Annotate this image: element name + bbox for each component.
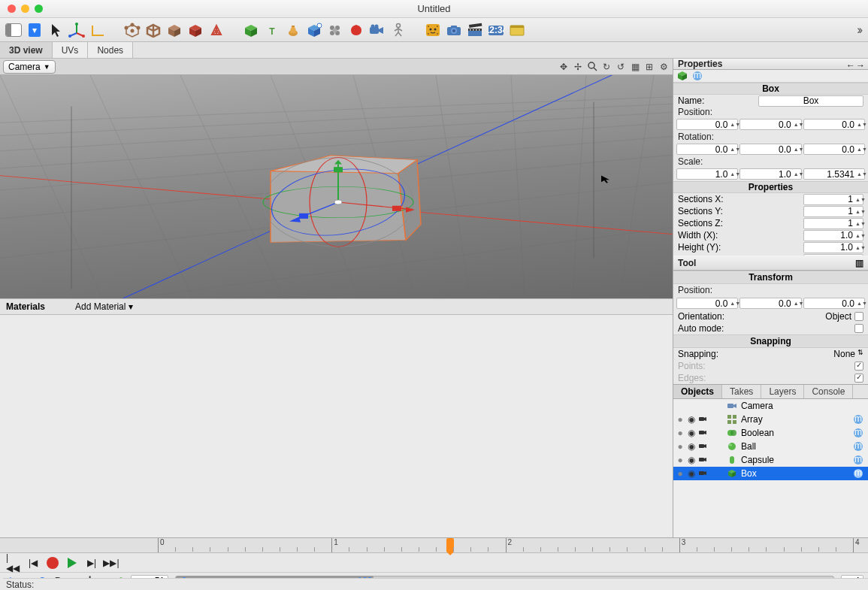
add-camera[interactable] [368,21,386,39]
obj-cam-toggle[interactable] [697,468,708,479]
rotation-z[interactable]: 0.0▲▼ [803,144,865,155]
obj-render-toggle[interactable]: ● [675,414,685,425]
sections-z[interactable]: 1▲▼ [803,218,863,229]
obj-cam-toggle[interactable] [697,428,708,438]
tool-pos-z[interactable]: 0.0▲▼ [803,298,865,309]
prop-tab-material-icon[interactable]: m [691,70,703,82]
pivot-mode[interactable] [207,21,225,39]
tab-takes[interactable]: Takes [722,385,761,398]
automode-checkbox[interactable] [854,324,863,333]
window-layout-icon[interactable] [508,21,526,39]
tool-pos-x[interactable]: 0.0▲▼ [676,298,738,309]
tab-console[interactable]: Console [804,385,853,398]
object-row-capsule[interactable]: ●◉Capsulem [673,453,868,467]
add-pot[interactable] [284,21,302,39]
tool-settings-icon[interactable]: ▥ [855,258,863,268]
tab-nodes[interactable]: Nodes [88,42,133,58]
orientation-dropdown[interactable]: Object [825,311,863,322]
object-row-boolean[interactable]: ●◉Booleanm [673,426,868,440]
add-particles[interactable] [326,21,344,39]
tool-pos-y[interactable]: 0.0▲▼ [739,298,801,309]
add-material-button[interactable]: Add Material ▾ [75,301,133,312]
position-z[interactable]: 0.0▲▼ [803,119,865,130]
add-armature[interactable] [389,21,407,39]
prop-tab-cube-icon[interactable] [676,70,688,82]
object-material-icon[interactable]: m [850,428,866,438]
camera-dropdown[interactable]: Camera▼ [3,60,56,74]
objects-list[interactable]: Camera●◉Arraym●◉Booleanm●◉Ballm●◉Capsule… [673,399,868,537]
object-material-icon[interactable]: m [850,468,866,479]
tab-objects[interactable]: Objects [673,385,722,398]
step-fwd-button[interactable]: ▶| [84,555,99,570]
points-checkbox[interactable] [854,362,863,371]
tab-3d-view[interactable]: 3D view [0,42,53,58]
timecode-icon[interactable]: 12:34 [487,21,505,39]
scale-z[interactable]: 1.5341▲▼ [803,168,865,180]
rotation-x[interactable]: 0.0▲▼ [676,144,738,155]
scale-y[interactable]: 1.0▲▼ [739,168,801,180]
object-material-icon[interactable]: m [850,414,866,425]
add-modifier[interactable] [305,21,323,39]
object-mode[interactable] [186,21,204,39]
edge-mode[interactable] [144,21,162,39]
skip-end-button[interactable]: ▶▶| [104,555,119,570]
3d-viewport[interactable] [0,75,673,298]
add-text[interactable]: T [263,21,281,39]
obj-visible-toggle[interactable]: ◉ [686,414,697,425]
object-material-icon[interactable]: m [850,455,866,465]
prop-back-icon[interactable]: ← [846,60,855,71]
add-force[interactable] [347,21,365,39]
obj-cam-toggle[interactable] [697,455,708,465]
vp-move-icon[interactable]: ✢ [572,61,584,73]
zoom-window[interactable] [35,5,43,13]
obj-render-toggle[interactable]: ● [675,428,685,438]
ruler-tool[interactable] [89,21,107,39]
obj-visible-toggle[interactable]: ◉ [686,468,697,479]
snapping-dropdown[interactable]: None⇅ [833,349,863,359]
mode-dropdown[interactable]: ▾ [26,21,44,39]
rotation-y[interactable]: 0.0▲▼ [739,144,801,155]
tab-uvs[interactable]: UVs [53,42,89,58]
face-mode[interactable] [165,21,183,39]
axis-tool[interactable] [68,21,86,39]
prop-fwd-icon[interactable]: → [856,60,865,71]
vp-zoom-icon[interactable] [586,61,598,73]
vp-grid-icon[interactable]: ▦ [629,61,641,73]
object-row-box[interactable]: ●◉Boxm [673,467,868,480]
step-back-button[interactable]: |◀ [26,555,41,570]
sections-x[interactable]: 1▲▼ [803,194,863,205]
object-row-camera[interactable]: Camera [673,399,868,413]
vp-rotate-cw-icon[interactable]: ↻ [600,61,612,73]
vp-rotate-ccw-icon[interactable]: ↺ [615,61,627,73]
object-material-icon[interactable]: m [850,441,866,452]
obj-cam-toggle[interactable] [697,441,708,452]
playhead[interactable] [446,538,454,552]
record-button[interactable] [45,555,60,570]
width-x[interactable]: 1.0▲▼ [803,230,863,241]
tab-layers[interactable]: Layers [761,385,804,398]
minimize-window[interactable] [21,5,29,13]
scale-x[interactable]: 1.0▲▼ [676,168,738,180]
object-row-ball[interactable]: ●◉Ballm [673,440,868,453]
sidebar-toggle-button[interactable] [5,21,23,39]
vertex-mode[interactable] [123,21,141,39]
sections-y[interactable]: 1▲▼ [803,206,863,217]
vp-crosshair-icon[interactable]: ✥ [558,61,570,73]
close-window[interactable] [8,5,16,13]
skip-start-button[interactable]: |◀◀ [6,555,21,570]
vp-gear-icon[interactable]: ⚙ [658,61,670,73]
timeline-ruler[interactable]: 01234 [0,538,868,553]
select-tool[interactable] [47,21,65,39]
render-icon[interactable] [445,21,463,39]
movie-icon[interactable] [466,21,484,39]
play-button[interactable] [65,555,80,570]
obj-visible-toggle[interactable]: ◉ [686,455,697,465]
obj-cam-toggle[interactable] [697,414,708,425]
obj-render-toggle[interactable]: ● [675,441,685,452]
object-row-array[interactable]: ●◉Arraym [673,413,868,426]
add-primitive[interactable] [242,21,260,39]
cheetah-icon[interactable] [424,21,442,39]
position-x[interactable]: 0.0▲▼ [676,119,738,130]
obj-visible-toggle[interactable]: ◉ [686,441,697,452]
edges-checkbox[interactable] [854,374,863,383]
